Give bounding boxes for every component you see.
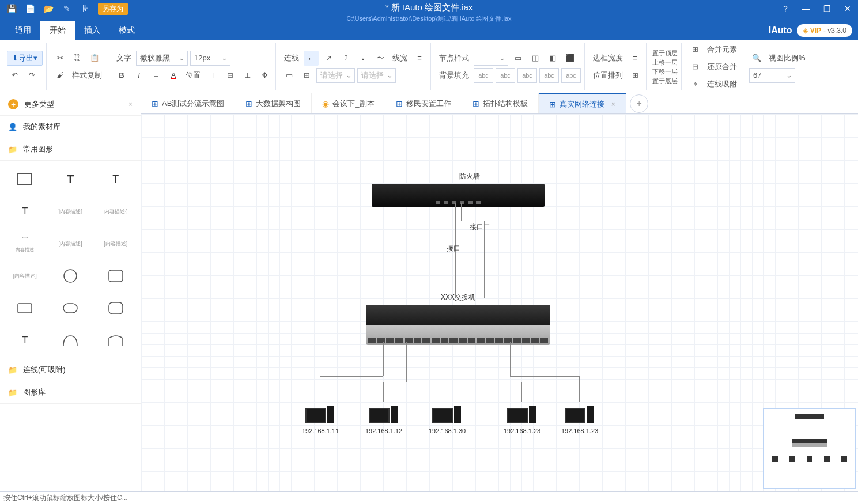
borderwidth-icon[interactable]: ≡ xyxy=(628,51,642,66)
menu-start[interactable]: 开始 xyxy=(40,21,75,40)
merge-icon[interactable]: ⊞ xyxy=(687,42,702,57)
shape-text1[interactable]: T xyxy=(51,166,90,192)
size-select[interactable]: 12px xyxy=(190,51,230,66)
abc2-button[interactable]: abc xyxy=(496,68,515,83)
shape-text4[interactable]: T xyxy=(6,328,44,353)
shape-bracket1[interactable]: ]内容描述[ xyxy=(51,199,90,224)
posarr-icon[interactable]: ⊞ xyxy=(628,68,642,83)
tab-add-button[interactable]: + xyxy=(630,94,648,113)
pos3-icon[interactable]: ⊥ xyxy=(240,68,255,83)
shape-text3[interactable]: T xyxy=(6,199,44,224)
ns3-icon[interactable]: ◧ xyxy=(545,51,560,66)
tab-close-icon[interactable]: × xyxy=(611,100,616,108)
tab-2[interactable]: ◉会议下_副本 xyxy=(312,93,385,113)
font-select[interactable]: 微软雅黑 xyxy=(136,51,188,66)
tab-1[interactable]: ⊞大数据架构图 xyxy=(235,93,312,113)
new-icon[interactable]: 📄 xyxy=(22,2,38,16)
shape-halfround1[interactable] xyxy=(51,328,90,353)
sidebar-lines[interactable]: 📁 连线(可吸附) xyxy=(0,359,141,381)
ns1-icon[interactable]: ▭ xyxy=(511,51,526,66)
abc3-button[interactable]: abc xyxy=(517,68,537,83)
zoom-icon[interactable]: 🔍 xyxy=(749,51,764,66)
nodestyle-select[interactable] xyxy=(474,51,508,66)
layer-down[interactable]: 下移一层 xyxy=(652,67,678,75)
shape-rect2[interactable] xyxy=(6,295,44,321)
tab-3[interactable]: ⊞移民安置工作 xyxy=(385,93,462,113)
edit-icon[interactable]: ✎ xyxy=(59,2,75,16)
tab-4[interactable]: ⊞拓扑结构模板 xyxy=(462,93,539,113)
layer-top[interactable]: 置于顶层 xyxy=(652,49,678,57)
sidebar-common[interactable]: 📁 常用图形 xyxy=(0,138,141,161)
layer-up[interactable]: 上移一层 xyxy=(652,58,678,66)
brush-icon[interactable]: 🖌 xyxy=(52,68,67,83)
sidebar-shapelib[interactable]: 📁 图形库 xyxy=(0,381,141,404)
lineedit2-icon[interactable]: ⊞ xyxy=(299,68,314,83)
conn1-icon[interactable]: ⌐ xyxy=(304,51,319,66)
pos2-icon[interactable]: ⊟ xyxy=(222,68,237,83)
line-select2[interactable]: 请选择 xyxy=(357,68,396,83)
vip-badge[interactable]: ◈ VIP - v3.3.0 xyxy=(797,24,852,37)
linewidth-icon[interactable]: ≡ xyxy=(412,51,427,66)
fontcolor-button[interactable]: A xyxy=(166,68,181,83)
paste-icon[interactable]: 📋 xyxy=(87,51,102,66)
help-icon[interactable]: ? xyxy=(775,0,796,17)
menu-general[interactable]: 通用 xyxy=(6,21,40,40)
sidebar-mylib[interactable]: 👤 我的素材库 xyxy=(0,116,141,138)
shape-brace3[interactable]: [内容描述] xyxy=(96,231,135,256)
unmerge-icon[interactable]: ⊟ xyxy=(687,59,702,74)
shape-roundrect2[interactable] xyxy=(51,295,90,321)
saveas-button[interactable]: 另存为 xyxy=(98,3,128,15)
pos1-icon[interactable]: ⊤ xyxy=(205,68,220,83)
conn3-icon[interactable]: ⤴ xyxy=(338,51,353,66)
minimap[interactable] xyxy=(763,408,856,489)
open-icon[interactable]: 📂 xyxy=(40,2,56,16)
line-select1[interactable]: 请选择 xyxy=(316,68,355,83)
firewall-node[interactable]: 防火墙 xyxy=(372,172,545,207)
lineedit1-icon[interactable]: ▭ xyxy=(282,68,297,83)
shape-bracket3[interactable]: [内容描述] xyxy=(6,263,44,289)
conn2-icon[interactable]: ↗ xyxy=(321,51,336,66)
menu-insert[interactable]: 插入 xyxy=(75,21,109,40)
pc-node-1[interactable]: 192.168.1.12 xyxy=(366,402,400,434)
canvas[interactable]: 防火墙 接口一 接口二 XXX交换机 xyxy=(141,114,858,491)
minimize-icon[interactable]: — xyxy=(796,0,817,17)
italic-button[interactable]: I xyxy=(131,68,146,83)
abc5-button[interactable]: abc xyxy=(561,68,581,83)
db-icon[interactable]: 🗄 xyxy=(77,2,93,16)
abc1-button[interactable]: abc xyxy=(474,68,493,83)
pc-node-3[interactable]: 192.168.1.23 xyxy=(504,402,539,434)
abc4-button[interactable]: abc xyxy=(539,68,559,83)
sidebar-more[interactable]: + 更多类型 × xyxy=(0,93,141,116)
menu-mode[interactable]: 模式 xyxy=(109,21,144,40)
ns2-icon[interactable]: ◫ xyxy=(528,51,543,66)
tab-0[interactable]: ⊞AB测试分流示意图 xyxy=(141,93,235,113)
align-button[interactable]: ≡ xyxy=(149,68,164,83)
shape-halfround2[interactable] xyxy=(96,328,135,353)
shape-roundrect[interactable] xyxy=(96,263,135,289)
snap-icon[interactable]: ⌖ xyxy=(687,77,702,92)
scale-select[interactable]: 67 xyxy=(749,68,795,83)
tab-5[interactable]: ⊞真实网络连接× xyxy=(539,93,627,113)
export-button[interactable]: ⬇ 导出 ▾ xyxy=(7,51,43,66)
ns4-icon[interactable]: ⬛ xyxy=(562,51,577,66)
shape-text2[interactable]: T xyxy=(96,166,135,192)
layer-bottom[interactable]: 置于底层 xyxy=(652,77,678,85)
conn5-icon[interactable]: 〜 xyxy=(373,51,388,66)
pc-node-0[interactable]: 192.168.1.11 xyxy=(303,402,337,434)
shape-roundrect3[interactable] xyxy=(96,295,135,321)
shape-circle[interactable] xyxy=(51,263,90,289)
undo-button[interactable]: ↶ xyxy=(7,68,22,83)
shape-brace2[interactable]: [内容描述] xyxy=(51,231,90,256)
shape-bracket2[interactable]: 内容描述{ xyxy=(96,199,135,224)
close-icon[interactable]: × xyxy=(128,100,133,108)
close-icon[interactable]: ✕ xyxy=(837,0,858,17)
move-icon[interactable]: ✥ xyxy=(257,68,272,83)
switch-node[interactable]: XXX交换机 xyxy=(366,293,550,345)
pc-node-4[interactable]: 192.168.1.23 xyxy=(562,402,596,434)
pc-node-2[interactable]: 192.168.1.30 xyxy=(429,402,464,434)
cut-icon[interactable]: ✂ xyxy=(52,51,67,66)
save-icon[interactable]: 💾 xyxy=(3,2,20,16)
shape-brace1[interactable]: }内容描述 xyxy=(6,231,44,256)
copy-icon[interactable]: ⿻ xyxy=(70,51,85,66)
shape-rect[interactable] xyxy=(6,166,44,192)
